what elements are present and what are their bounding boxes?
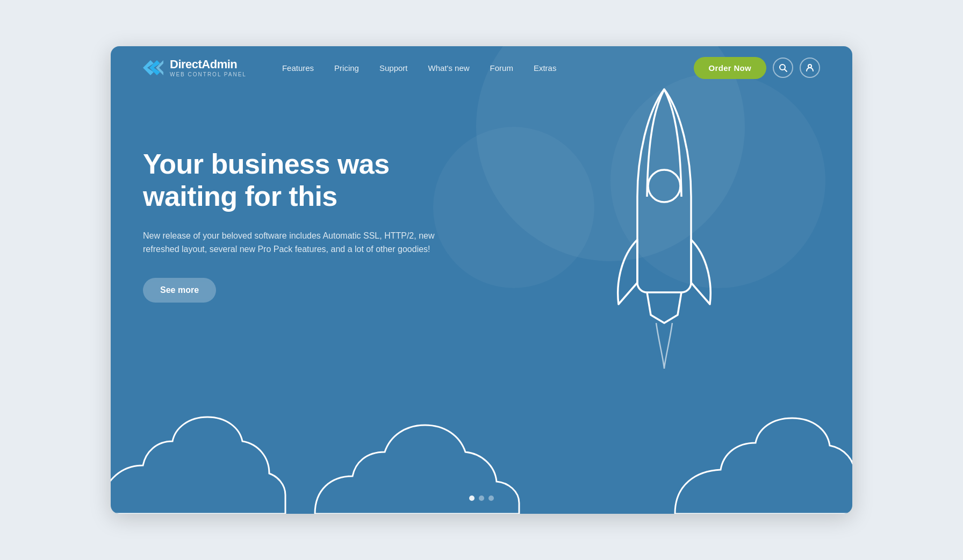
hero-title: Your business was waiting for this xyxy=(143,148,476,213)
slide-dots xyxy=(469,496,494,501)
nav-forum[interactable]: Forum xyxy=(482,59,522,77)
user-icon xyxy=(806,63,814,72)
nav-whats-new[interactable]: What's new xyxy=(420,59,478,77)
logo-icon xyxy=(143,58,164,77)
see-more-button[interactable]: See more xyxy=(143,278,216,303)
order-now-button[interactable]: Order Now xyxy=(694,57,766,79)
hero-content-area: Your business was waiting for this New r… xyxy=(111,89,852,303)
svg-line-4 xyxy=(785,69,787,71)
navbar: DirectAdmin web control panel Features P… xyxy=(111,46,852,89)
hero-section: DirectAdmin web control panel Features P… xyxy=(111,46,852,514)
dot-3[interactable] xyxy=(488,496,494,501)
nav-extras[interactable]: Extras xyxy=(525,59,565,77)
hero-subtitle: New release of your beloved software inc… xyxy=(143,229,444,256)
logo-text: DirectAdmin web control panel xyxy=(170,58,247,77)
nav-pricing[interactable]: Pricing xyxy=(326,59,368,77)
nav-actions: Order Now xyxy=(694,57,820,79)
dot-2[interactable] xyxy=(479,496,484,501)
nav-features[interactable]: Features xyxy=(274,59,322,77)
search-icon xyxy=(779,63,787,72)
user-button[interactable] xyxy=(800,58,820,78)
hero-text: Your business was waiting for this New r… xyxy=(143,132,476,303)
dot-1[interactable] xyxy=(469,496,475,501)
nav-links: Features Pricing Support What's new Foru… xyxy=(274,59,694,77)
logo[interactable]: DirectAdmin web control panel xyxy=(143,58,247,77)
logo-tagline: web control panel xyxy=(170,71,247,77)
search-button[interactable] xyxy=(773,58,793,78)
logo-name: DirectAdmin xyxy=(170,58,247,71)
nav-support[interactable]: Support xyxy=(371,59,416,77)
